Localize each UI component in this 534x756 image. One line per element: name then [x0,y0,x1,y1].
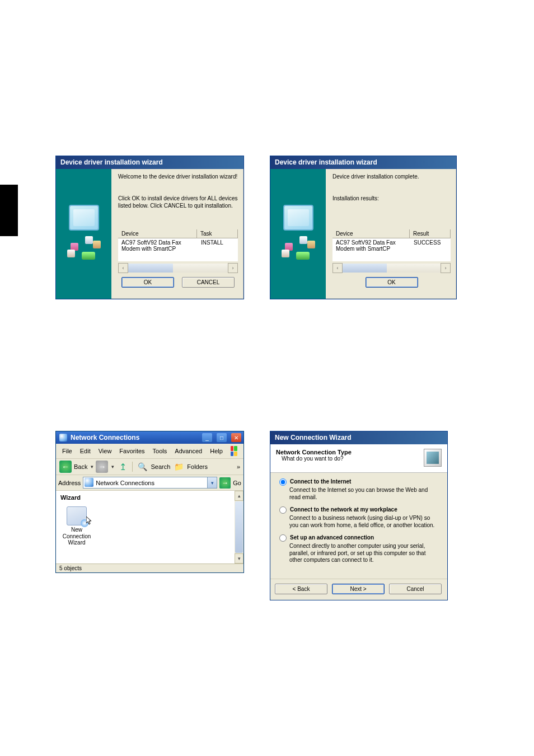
back-dropdown-icon[interactable]: ▾ [91,464,93,469]
col-result: Result [410,229,451,238]
scroll-up-icon[interactable]: ▴ [235,491,243,501]
window-titlebar[interactable]: Network Connections _ □ ✕ [56,431,243,444]
dialog-title: Device driver installation wizard [270,156,456,169]
search-label[interactable]: Search [151,463,170,470]
toolbar: ← Back ▾ → ▾ ↥ 🔍 Search 📁 Folders » [56,459,243,475]
folders-icon[interactable]: 📁 [172,461,185,473]
radio-advanced-connection[interactable] [279,534,287,542]
back-button[interactable]: < Back [275,584,327,594]
option-description: Connect directly to another computer usi… [289,543,438,564]
wizard-header: Network Connection Type What do you want… [270,444,447,473]
vertical-scrollbar[interactable]: ▴ ▾ [235,491,243,564]
col-device: Device [332,229,410,238]
driver-wizard-step1: Device driver installation wizard Welcom… [55,156,244,299]
scroll-left-icon[interactable]: ‹ [118,263,128,273]
windows-logo-icon [227,445,241,457]
hardware-icon [67,236,101,263]
dialog-side-graphic [56,169,111,299]
menu-tools[interactable]: Tools [149,447,171,456]
go-button-icon[interactable]: → [219,477,231,489]
address-bar: Address ▾ → Go [56,475,243,491]
cancel-button[interactable]: CANCEL [182,277,235,288]
cell-result: SUCCESS [410,238,451,262]
menu-view[interactable]: View [95,447,116,456]
address-dropdown-icon[interactable]: ▾ [208,477,217,489]
option-description: Connect to the Internet so you can brows… [289,487,438,501]
wizard-footer: < Back Next > Cancel [270,579,447,600]
option-label: Connect to the network at my workplace [290,506,397,514]
forward-button[interactable]: → [96,461,108,473]
scroll-right-icon[interactable]: › [228,263,238,273]
search-icon[interactable]: 🔍 [136,461,148,473]
horizontal-scrollbar[interactable]: ‹ › [332,264,451,273]
page-side-tab [0,185,18,236]
menu-file[interactable]: File [58,447,76,456]
driver-wizard-complete: Device driver installation wizard Device… [270,156,457,299]
next-button[interactable]: Next > [332,584,385,594]
scroll-thumb[interactable] [235,501,243,553]
forward-dropdown-icon[interactable]: ▾ [111,464,114,469]
option-connect-workplace[interactable]: Connect to the network at my workplace [279,506,438,514]
new-connection-wizard-dialog: New Connection Wizard Network Connection… [270,431,448,600]
cancel-button[interactable]: Cancel [389,584,442,594]
wizard-subheading: What do you want to do? [282,456,424,462]
toolbar-overflow-icon[interactable]: » [237,463,240,470]
wizard-body: Connect to the Internet Connect to the I… [270,473,447,579]
wizard-item-label: New Connection Wizard [60,527,93,546]
scroll-track[interactable] [343,264,441,273]
wizard-icon [67,506,87,525]
system-icon [59,434,67,442]
wizard-intro: Welcome to the device driver installatio… [118,173,238,180]
address-label: Address [58,480,81,486]
device-grid-header: Device Result [332,229,451,238]
close-button[interactable]: ✕ [231,433,241,442]
cell-device: AC97 SoftV92 Data Fax Modem with SmartCP [118,238,198,261]
menu-edit[interactable]: Edit [76,447,95,456]
scroll-left-icon[interactable]: ‹ [332,263,343,273]
device-grid-row: AC97 SoftV92 Data Fax Modem with SmartCP… [332,238,451,262]
device-grid-row: AC97 SoftV92 Data Fax Modem with SmartCP… [118,238,238,261]
scroll-track[interactable] [128,264,228,273]
new-connection-wizard-item[interactable]: New Connection Wizard [60,506,93,546]
window-title: Network Connections [71,434,199,442]
horizontal-scrollbar[interactable]: ‹ › [118,264,238,273]
radio-connect-internet[interactable] [279,478,287,486]
monitor-icon [69,205,99,231]
option-connect-internet[interactable]: Connect to the Internet [279,478,438,486]
cell-device: AC97 SoftV92 Data Fax Modem with SmartCP [332,238,410,262]
explorer-content: Wizard New Connection Wizard ▴ ▾ [56,491,243,564]
col-device: Device [118,229,197,238]
folders-label[interactable]: Folders [187,463,208,470]
up-button[interactable]: ↥ [116,461,129,473]
minimize-button[interactable]: _ [202,433,212,442]
option-advanced-connection[interactable]: Set up an advanced connection [279,534,438,542]
dialog-title: New Connection Wizard [270,431,447,444]
monitor-icon [283,205,313,231]
option-label: Connect to the Internet [290,478,351,486]
ok-button[interactable]: OK [366,277,418,288]
toolbar-separator [132,462,133,472]
wizard-instruction: Click OK to install device drivers for A… [118,195,238,209]
address-input[interactable] [83,477,208,489]
hardware-icon [282,236,315,263]
option-description: Connect to a business network (using dia… [289,515,438,529]
wizard-complete-text: Device driver installation complete. [332,173,451,180]
ok-button[interactable]: OK [121,277,174,288]
maximize-button[interactable]: □ [217,433,227,442]
network-connections-window: Network Connections _ □ ✕ File Edit View… [55,431,244,573]
back-label[interactable]: Back [74,463,87,470]
col-task: Task [197,229,238,238]
go-label[interactable]: Go [233,480,241,486]
menu-help[interactable]: Help [206,447,227,456]
wizard-section-header: Wizard [60,494,239,501]
menu-bar: File Edit View Favorites Tools Advanced … [56,444,243,459]
scroll-right-icon[interactable]: › [441,263,451,273]
back-button[interactable]: ← [59,461,72,473]
scroll-down-icon[interactable]: ▾ [235,553,243,564]
wizard-results-label: Installation results: [332,195,451,203]
cell-task: INSTALL [198,238,238,261]
menu-favorites[interactable]: Favorites [115,447,148,456]
menu-advanced[interactable]: Advanced [171,447,206,456]
dialog-side-graphic [270,169,326,299]
radio-connect-workplace[interactable] [279,506,287,514]
